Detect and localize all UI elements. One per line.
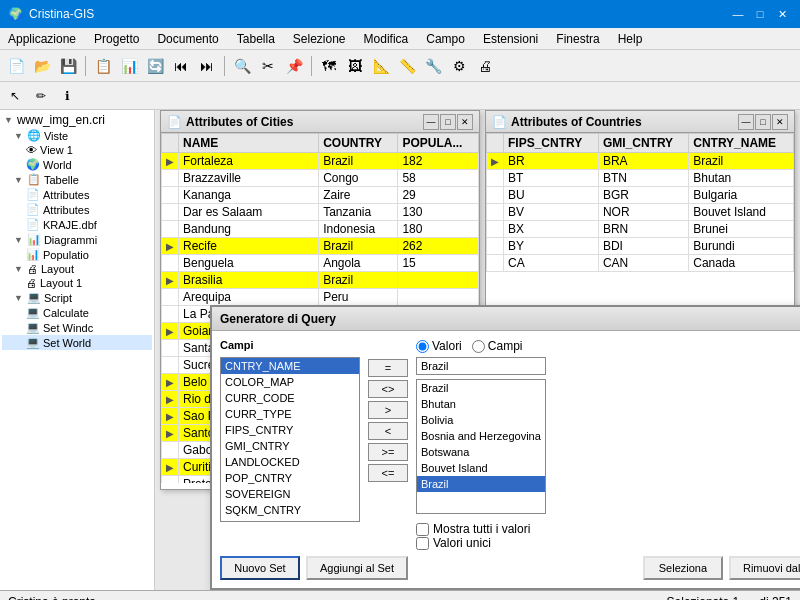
operator-button[interactable]: >= bbox=[368, 443, 408, 461]
field-item[interactable]: COLOR_MAP bbox=[221, 374, 359, 390]
tree-attr2[interactable]: 📄 Attributes bbox=[2, 202, 152, 217]
tb-btn9[interactable]: 📌 bbox=[282, 54, 306, 78]
check-valori[interactable] bbox=[416, 537, 429, 550]
tree-tabelle[interactable]: ▼ 📋 Tabelle bbox=[2, 172, 152, 187]
save-button[interactable]: 💾 bbox=[56, 54, 80, 78]
cities-col-name[interactable]: NAME bbox=[179, 134, 319, 153]
cities-col-popula[interactable]: POPULA... bbox=[398, 134, 479, 153]
menu-documento[interactable]: Documento bbox=[149, 30, 226, 48]
check-valori-label[interactable]: Valori unici bbox=[416, 536, 800, 550]
countries-col-fips[interactable]: FIPS_CNTRY bbox=[504, 134, 599, 153]
tb-btn12[interactable]: 📐 bbox=[369, 54, 393, 78]
value-item[interactable]: Brazil bbox=[417, 476, 545, 492]
menu-applicazione[interactable]: Applicazione bbox=[0, 30, 84, 48]
info-tool[interactable]: ℹ bbox=[56, 85, 78, 107]
operator-button[interactable]: = bbox=[368, 359, 408, 377]
countries-col-gmi[interactable]: GMI_CNTRY bbox=[598, 134, 688, 153]
tree-world[interactable]: 🌍 World bbox=[2, 157, 152, 172]
table-row[interactable]: ▶ Recife Brazil 262 bbox=[162, 238, 479, 255]
field-item[interactable]: LANDLOCKED bbox=[221, 454, 359, 470]
menu-selezione[interactable]: Selezione bbox=[285, 30, 354, 48]
table-row[interactable]: BT BTN Bhutan bbox=[487, 170, 794, 187]
tree-setworld[interactable]: 💻 Set World bbox=[2, 335, 152, 350]
nuovo-set-button[interactable]: Nuovo Set bbox=[220, 556, 300, 580]
value-item[interactable]: Brazil bbox=[417, 380, 545, 396]
tb-btn16[interactable]: 🖨 bbox=[473, 54, 497, 78]
countries-maximize[interactable]: □ bbox=[755, 114, 771, 130]
select-tool[interactable]: ↖ bbox=[4, 85, 26, 107]
table-row[interactable]: CA CAN Canada bbox=[487, 255, 794, 272]
radio-valori[interactable] bbox=[416, 340, 429, 353]
tb-btn3[interactable]: 📊 bbox=[117, 54, 141, 78]
countries-col-name[interactable]: CNTRY_NAME bbox=[689, 134, 794, 153]
value-item[interactable]: Bhutan bbox=[417, 396, 545, 412]
table-row[interactable]: Arequipa Peru bbox=[162, 289, 479, 306]
aggiungi-button[interactable]: Aggiungi al Set bbox=[306, 556, 408, 580]
tb-btn8[interactable]: ✂ bbox=[256, 54, 280, 78]
new-button[interactable]: 📄 bbox=[4, 54, 28, 78]
tree-layout1[interactable]: 🖨 Layout 1 bbox=[2, 276, 152, 290]
tree-script[interactable]: ▼ 💻 Script bbox=[2, 290, 152, 305]
tb-btn11[interactable]: 🖼 bbox=[343, 54, 367, 78]
menu-progetto[interactable]: Progetto bbox=[86, 30, 147, 48]
table-row[interactable]: Dar es Salaam Tanzania 130 bbox=[162, 204, 479, 221]
table-row[interactable]: BY BDI Burundi bbox=[487, 238, 794, 255]
tb-btn5[interactable]: ⏮ bbox=[169, 54, 193, 78]
edit-tool[interactable]: ✏ bbox=[30, 85, 52, 107]
field-item[interactable]: CURR_CODE bbox=[221, 390, 359, 406]
maximize-button[interactable]: □ bbox=[750, 4, 770, 24]
tree-root[interactable]: ▼ www_img_en.cri bbox=[2, 112, 152, 128]
tree-attr1[interactable]: 📄 Attributes bbox=[2, 187, 152, 202]
table-row[interactable]: BX BRN Brunei bbox=[487, 221, 794, 238]
value-item[interactable]: Bosnia and Herzegovina bbox=[417, 428, 545, 444]
tb-btn10[interactable]: 🗺 bbox=[317, 54, 341, 78]
field-item[interactable]: FIPS_CNTRY bbox=[221, 422, 359, 438]
table-row[interactable]: Brazzaville Congo 58 bbox=[162, 170, 479, 187]
cities-col-country[interactable]: COUNTRY bbox=[319, 134, 398, 153]
countries-scroll[interactable]: FIPS_CNTRY GMI_CNTRY CNTRY_NAME ▶ BR BRA… bbox=[486, 133, 794, 272]
tb-btn7[interactable]: 🔍 bbox=[230, 54, 254, 78]
countries-close[interactable]: ✕ bbox=[772, 114, 788, 130]
menu-estensioni[interactable]: Estensioni bbox=[475, 30, 546, 48]
close-button[interactable]: ✕ bbox=[772, 4, 792, 24]
countries-minimize[interactable]: — bbox=[738, 114, 754, 130]
table-row[interactable]: Benguela Angola 15 bbox=[162, 255, 479, 272]
table-row[interactable]: BU BGR Bulgaria bbox=[487, 187, 794, 204]
menu-help[interactable]: Help bbox=[610, 30, 651, 48]
menu-campo[interactable]: Campo bbox=[418, 30, 473, 48]
rimuovi-button[interactable]: Rimuovi dal Set bbox=[729, 556, 800, 580]
operator-button[interactable]: <> bbox=[368, 380, 408, 398]
values-list[interactable]: BrazilBhutanBoliviaBosnia and Herzegovin… bbox=[416, 379, 546, 514]
tree-viste[interactable]: ▼ 🌐 Viste bbox=[2, 128, 152, 143]
radio-campi[interactable] bbox=[472, 340, 485, 353]
menu-modifica[interactable]: Modifica bbox=[356, 30, 417, 48]
minimize-button[interactable]: — bbox=[728, 4, 748, 24]
operator-button[interactable]: > bbox=[368, 401, 408, 419]
tree-kraje[interactable]: 📄 KRAJE.dbf bbox=[2, 217, 152, 232]
menu-tabella[interactable]: Tabella bbox=[229, 30, 283, 48]
open-button[interactable]: 📂 bbox=[30, 54, 54, 78]
tb-btn6[interactable]: ⏭ bbox=[195, 54, 219, 78]
table-row[interactable]: Bandung Indonesia 180 bbox=[162, 221, 479, 238]
tb-btn2[interactable]: 📋 bbox=[91, 54, 115, 78]
check-mostra-label[interactable]: Mostra tutti i valori bbox=[416, 522, 800, 536]
cities-close[interactable]: ✕ bbox=[457, 114, 473, 130]
tree-layout[interactable]: ▼ 🖨 Layout bbox=[2, 262, 152, 276]
table-row[interactable]: ▶ Brasilia Brazil bbox=[162, 272, 479, 289]
table-row[interactable]: Kananga Zaire 29 bbox=[162, 187, 479, 204]
field-item[interactable]: CNTRY_NAME bbox=[221, 358, 359, 374]
operator-button[interactable]: < bbox=[368, 422, 408, 440]
field-item[interactable]: SQKM_CNTRY bbox=[221, 502, 359, 518]
tb-btn4[interactable]: 🔄 bbox=[143, 54, 167, 78]
tree-populatio[interactable]: 📊 Populatio bbox=[2, 247, 152, 262]
field-item[interactable]: SQMI_CNTRY bbox=[221, 518, 359, 522]
tb-btn14[interactable]: 🔧 bbox=[421, 54, 445, 78]
table-row[interactable]: BV NOR Bouvet Island bbox=[487, 204, 794, 221]
cities-minimize[interactable]: — bbox=[423, 114, 439, 130]
value-item[interactable]: Bouvet Island bbox=[417, 460, 545, 476]
table-row[interactable]: ▶ BR BRA Brazil bbox=[487, 153, 794, 170]
radio-campi-label[interactable]: Campi bbox=[472, 339, 523, 353]
table-row[interactable]: ▶ Fortaleza Brazil 182 bbox=[162, 153, 479, 170]
menu-finestra[interactable]: Finestra bbox=[548, 30, 607, 48]
field-item[interactable]: POP_CNTRY bbox=[221, 470, 359, 486]
